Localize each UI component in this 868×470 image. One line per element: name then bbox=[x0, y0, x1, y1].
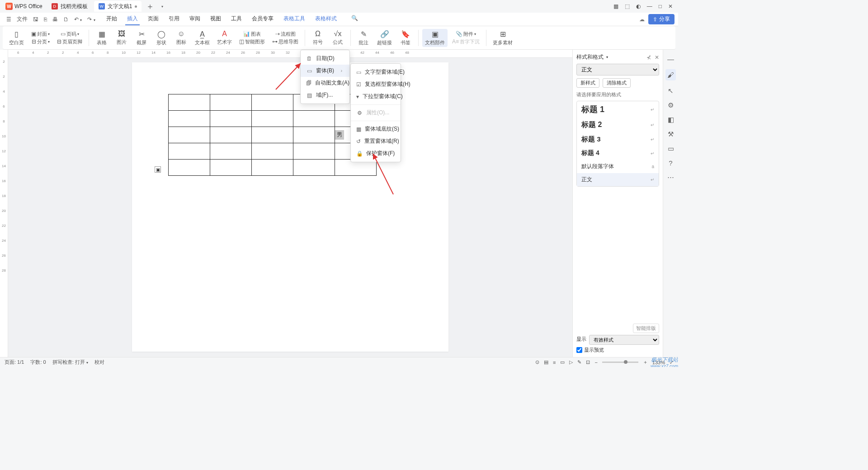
maximize-button[interactable]: □ bbox=[659, 3, 662, 9]
hyperlink-button[interactable]: 🔗超链接 bbox=[374, 29, 395, 47]
menu-text-field[interactable]: ▭文字型窗体域(E) bbox=[351, 66, 401, 78]
view-focus-icon[interactable]: ⊙ bbox=[535, 359, 539, 365]
zoom-value[interactable]: 133% bbox=[652, 360, 665, 365]
menu-insert[interactable]: 插入 bbox=[125, 13, 140, 25]
cover-button[interactable]: ▣ 封面▾ bbox=[28, 30, 52, 38]
view-outline-icon[interactable]: ≡ bbox=[553, 360, 556, 365]
save-icon[interactable]: 🖫 bbox=[30, 14, 41, 24]
close-button[interactable]: ✕ bbox=[668, 3, 673, 9]
shape-button[interactable]: ◯形状 bbox=[152, 29, 170, 47]
settings-icon[interactable]: ⚙ bbox=[668, 101, 674, 109]
show-select[interactable]: 有效样式 bbox=[589, 335, 659, 345]
chart-button[interactable]: 📊 图表 bbox=[236, 30, 268, 38]
status-spell[interactable]: 拼写检查: 打开 ▾ bbox=[52, 359, 88, 366]
style-h1[interactable]: 标题 1↵ bbox=[577, 101, 659, 118]
avatar-icon[interactable]: ◐ bbox=[636, 3, 641, 9]
menu-field[interactable]: ▤域(F)... bbox=[301, 89, 349, 101]
menu-review[interactable]: 审阅 bbox=[188, 13, 202, 25]
view-read-icon[interactable]: ▷ bbox=[569, 359, 573, 365]
menu-member[interactable]: 会员专享 bbox=[250, 13, 275, 25]
smartart-button[interactable]: ◫ 智能图形 bbox=[236, 38, 268, 46]
view-marks-icon[interactable]: ✎ bbox=[577, 359, 581, 365]
menu-reset[interactable]: ↺重置窗体域(R) bbox=[351, 135, 401, 147]
view-web-icon[interactable]: ▭ bbox=[560, 359, 565, 365]
cloud-icon[interactable]: ☁ bbox=[639, 16, 645, 23]
export-icon[interactable]: ⎘ bbox=[41, 14, 50, 24]
picture-button[interactable]: 🖼图片 bbox=[113, 29, 131, 47]
current-style-select[interactable]: 正文 bbox=[576, 64, 659, 75]
status-words[interactable]: 字数: 0 bbox=[30, 359, 46, 366]
blank-page-button[interactable]: ▯空白页 bbox=[6, 29, 27, 47]
zoom-in-icon[interactable]: ＋ bbox=[643, 359, 648, 366]
file-menu[interactable]: 文件 bbox=[14, 14, 30, 25]
brush-icon[interactable]: 🖌 bbox=[665, 69, 676, 80]
zoom-out-icon[interactable]: − bbox=[594, 360, 597, 365]
style-default[interactable]: 默认段落字体a bbox=[577, 160, 659, 173]
new-style-button[interactable]: 新样式 bbox=[576, 78, 599, 88]
web-icon[interactable]: ▭ bbox=[668, 145, 674, 153]
menu-date[interactable]: 🗓日期(D) bbox=[301, 52, 349, 65]
cursor-icon[interactable]: ↖ bbox=[668, 87, 674, 95]
table-handle-icon[interactable]: ▣ bbox=[155, 166, 161, 173]
screenshot-button[interactable]: ✂截屏 bbox=[132, 29, 151, 47]
menu-protect[interactable]: 🔒保护窗体(F) bbox=[351, 147, 401, 160]
document-table[interactable]: 男 bbox=[168, 94, 377, 176]
style-h3[interactable]: 标题 3↵ bbox=[577, 132, 659, 146]
style-h4[interactable]: 标题 4↵ bbox=[577, 146, 659, 160]
menu-tool[interactable]: 工具 bbox=[229, 13, 244, 25]
style-h2[interactable]: 标题 2↵ bbox=[577, 118, 659, 132]
pagenum-button[interactable]: ▭ 页码▾ bbox=[54, 30, 85, 38]
undo-icon[interactable]: ↶ ▾ bbox=[71, 14, 85, 24]
textbox-button[interactable]: A̲文本框 bbox=[192, 29, 212, 47]
menu-table-style[interactable]: 表格样式 bbox=[313, 13, 339, 25]
cube-icon[interactable]: ⬚ bbox=[625, 3, 630, 9]
table-button[interactable]: ▦表格 bbox=[93, 29, 111, 47]
smart-layout-button[interactable]: 智能排版 bbox=[633, 324, 659, 333]
menu-form[interactable]: ▭窗体(B)› bbox=[301, 65, 349, 77]
pin-icon[interactable]: ⊀ bbox=[646, 54, 651, 61]
more-dots-icon[interactable]: ⋯ bbox=[667, 173, 674, 181]
print-icon[interactable]: 🖶 bbox=[50, 14, 61, 24]
expand-icon[interactable]: ⤢ bbox=[670, 359, 674, 365]
tab-document[interactable]: W 文字文稿1 bbox=[94, 1, 142, 12]
panel-close-icon[interactable]: ✕ bbox=[655, 54, 659, 61]
clear-format-button[interactable]: 清除格式 bbox=[603, 78, 631, 88]
formula-button[interactable]: √x公式 bbox=[329, 29, 347, 47]
menu-combobox-field[interactable]: ▾下拉型窗体域(C) bbox=[351, 90, 401, 103]
icon-button[interactable]: ☺图标 bbox=[172, 29, 190, 47]
help-icon[interactable]: ? bbox=[669, 159, 672, 167]
style-body[interactable]: 正文↵ bbox=[577, 173, 659, 186]
menu-shading[interactable]: ▦窗体域底纹(S) bbox=[351, 123, 401, 135]
docparts-button[interactable]: ▣文档部件 bbox=[422, 29, 448, 47]
flowchart-button[interactable]: ⇢ 流程图 bbox=[269, 30, 301, 38]
more-assets-button[interactable]: ⊞更多素材 bbox=[490, 29, 515, 47]
comment-button[interactable]: ✎批注 bbox=[354, 29, 373, 47]
menu-page[interactable]: 页面 bbox=[146, 13, 160, 25]
section-button[interactable]: ⊟ 分页▾ bbox=[28, 38, 52, 46]
tools-icon[interactable]: ⚒ bbox=[668, 130, 674, 138]
menu-icon[interactable]: ☰ bbox=[4, 14, 14, 24]
status-proof[interactable]: 校对 bbox=[94, 359, 104, 366]
redo-icon[interactable]: ↷ ▾ bbox=[85, 14, 98, 24]
layers-icon[interactable]: ◧ bbox=[668, 116, 674, 124]
attach-button[interactable]: 📎 附件▾ bbox=[449, 30, 482, 38]
preview-icon[interactable]: 🗋 bbox=[61, 14, 71, 24]
menu-checkbox-field[interactable]: ☑复选框型窗体域(H) bbox=[351, 78, 401, 90]
fit-icon[interactable]: ⊡ bbox=[586, 359, 590, 365]
page-area[interactable]: ▣ 男 bbox=[8, 58, 572, 357]
search-icon[interactable]: 🔍 bbox=[349, 13, 360, 25]
share-button[interactable]: ⇪ 分享 bbox=[648, 14, 675, 24]
grid-icon[interactable]: ▦ bbox=[613, 3, 618, 9]
cell-value[interactable]: 男 bbox=[335, 130, 344, 140]
wordart-button[interactable]: A艺术字 bbox=[214, 29, 235, 47]
menu-table-tool[interactable]: 表格工具 bbox=[282, 13, 307, 25]
mindmap-button[interactable]: ⊶ 思维导图 bbox=[269, 38, 301, 46]
collapse-icon[interactable]: — bbox=[667, 55, 674, 63]
tab-templates[interactable]: D 找稻壳模板 bbox=[47, 1, 92, 12]
bookmark-button[interactable]: 🔖书签 bbox=[396, 29, 415, 47]
menu-view[interactable]: 视图 bbox=[208, 13, 223, 25]
zoom-slider[interactable] bbox=[602, 362, 638, 363]
menu-start[interactable]: 开始 bbox=[104, 13, 119, 25]
new-tab-button[interactable]: ＋ bbox=[142, 1, 158, 12]
preview-checkbox[interactable]: 显示预览 bbox=[576, 347, 659, 353]
